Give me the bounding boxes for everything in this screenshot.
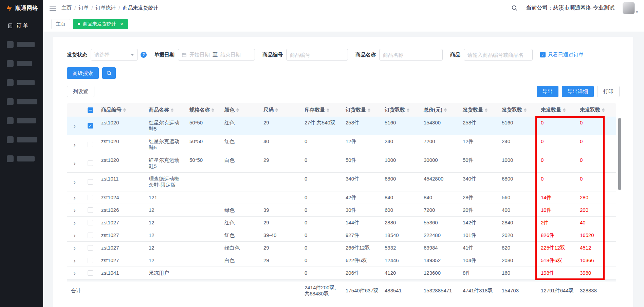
row-checkbox[interactable] [88, 245, 93, 251]
select-all-checkbox[interactable] [88, 107, 93, 113]
close-tab-icon[interactable]: × [120, 21, 123, 27]
approved-only-checkbox[interactable]: ✓ [540, 52, 546, 57]
column-header[interactable]: 库存数量 [302, 103, 343, 117]
breadcrumb-item[interactable]: 订单 [78, 5, 89, 11]
collapse-menu-icon[interactable] [49, 5, 56, 11]
sidebar-item-placeholder[interactable] [7, 60, 43, 67]
date-range-input[interactable]: 开始日期 至 结束日期 [178, 49, 255, 61]
expand-row-icon[interactable]: › [73, 270, 76, 276]
sidebar-item-placeholder[interactable] [7, 41, 43, 48]
sort-icon[interactable] [602, 108, 605, 112]
help-icon[interactable]: ? [141, 52, 147, 58]
ship-status-select[interactable]: 请选择 [91, 49, 138, 61]
column-header[interactable]: 未发双数 [577, 103, 616, 117]
sort-icon[interactable] [444, 108, 447, 112]
row-checkbox[interactable] [88, 160, 93, 166]
breadcrumb-item[interactable]: 订单统计 [95, 5, 116, 11]
sort-icon[interactable] [485, 108, 487, 112]
expand-row-icon[interactable]: › [73, 178, 76, 185]
sort-icon[interactable] [327, 108, 329, 112]
table-row[interactable]: ›zst1024121042件84084028件56014件280 [67, 191, 616, 204]
expand-row-icon[interactable]: › [73, 122, 76, 129]
table-row[interactable]: ›zst1020红星尔克运动鞋550*50红色40012件240720012件2… [67, 135, 616, 154]
table-row[interactable]: ›zst1020红星尔克运动鞋550*50白色29050件10003000050… [67, 154, 616, 173]
sort-icon[interactable] [407, 108, 409, 112]
advanced-search-button[interactable]: 高级搜索 [67, 67, 99, 79]
expand-row-icon[interactable]: › [73, 141, 76, 148]
expand-row-icon[interactable]: › [73, 219, 76, 226]
sort-icon[interactable] [236, 108, 239, 112]
table-row[interactable]: ›zst102712红色39-400927件18540222480101件202… [67, 229, 616, 242]
sidebar-item-placeholder[interactable] [7, 117, 43, 124]
column-header[interactable]: 总价(元) [421, 103, 460, 117]
column-header[interactable]: 发货数量 [460, 103, 499, 117]
expand-row-icon[interactable]: › [73, 257, 76, 264]
user-menu[interactable]: ▾ [623, 2, 638, 14]
sidebar-item-orders[interactable]: 订 单 [0, 16, 43, 29]
sort-icon[interactable] [563, 108, 566, 112]
approved-only-toggle[interactable]: ✓ 只看已通过订单 [540, 52, 584, 58]
column-header[interactable]: 颜色 [222, 103, 261, 117]
column-header[interactable]: 商品名称 [146, 103, 187, 117]
sidebar-item-placeholder[interactable] [7, 136, 43, 143]
print-button[interactable]: 打印 [597, 86, 620, 97]
avatar[interactable] [623, 2, 635, 14]
column-header[interactable]: 订货数量 [343, 103, 382, 117]
date-start-placeholder[interactable]: 开始日期 [189, 52, 210, 58]
breadcrumb-item[interactable]: 主页 [61, 5, 72, 11]
product-code-input[interactable] [286, 49, 348, 61]
column-header[interactable]: 订货双数 [382, 103, 421, 117]
sort-icon[interactable] [171, 108, 173, 112]
product-name-input[interactable] [379, 49, 443, 61]
sort-icon[interactable] [275, 108, 278, 112]
column-header[interactable]: 商品编号 [98, 103, 146, 117]
table-row[interactable]: ›zst102712白色290622件6双12446149352104件2080… [67, 254, 616, 267]
expand-row-icon[interactable]: › [73, 244, 76, 251]
column-header[interactable]: 规格名称 [187, 103, 222, 117]
expand-row-icon[interactable]: › [73, 207, 76, 214]
sort-icon[interactable] [368, 108, 370, 112]
table-row[interactable]: ›zst102712红色290144件288055360142件28402件40 [67, 217, 616, 229]
expand-row-icon[interactable]: › [73, 160, 76, 167]
tab-unshipped-stats[interactable]: 商品未发货统计 × [73, 19, 128, 29]
sidebar-item-placeholder[interactable] [7, 155, 43, 162]
sidebar-item-placeholder[interactable] [7, 79, 43, 86]
row-checkbox[interactable] [88, 142, 93, 147]
export-button[interactable]: 导出 [537, 86, 558, 97]
search-icon[interactable] [511, 5, 518, 11]
row-checkbox[interactable] [88, 270, 93, 276]
column-settings-button[interactable]: 列设置 [67, 86, 94, 97]
sort-icon[interactable] [524, 108, 527, 112]
export-detail-button[interactable]: 导出详细 [562, 86, 594, 97]
table-row[interactable]: ›zst1041果冻用户0206件41201236008件160198件3960 [67, 267, 616, 279]
product-input[interactable] [464, 49, 533, 61]
table-row[interactable]: ›zst102612绿色39030件600720020件40010件200 [67, 204, 616, 217]
column-header[interactable]: 发货双数 [499, 103, 538, 117]
row-checkbox[interactable] [88, 233, 93, 238]
column-header[interactable]: 尺码 [261, 103, 302, 117]
tab-home[interactable]: 主页 [51, 19, 70, 29]
row-checkbox[interactable] [88, 258, 93, 263]
row-checkbox[interactable]: ✓ [88, 123, 93, 129]
scrollbar-thumb[interactable] [618, 118, 621, 190]
row-checkbox[interactable] [88, 207, 93, 213]
cell-color: 红色 [222, 229, 261, 241]
column-header[interactable]: 未发数量 [538, 103, 577, 117]
sort-icon[interactable] [211, 108, 214, 112]
placeholder-text [17, 118, 36, 123]
expand-row-icon[interactable]: › [73, 194, 76, 201]
vertical-scrollbar[interactable] [618, 117, 621, 279]
sidebar-item-placeholder[interactable] [7, 98, 43, 105]
table-row[interactable]: ›✓zst1020红星尔克运动鞋550*50红色2927件,共540双258件5… [67, 117, 616, 135]
expand-row-icon[interactable]: › [73, 232, 76, 239]
date-end-placeholder[interactable]: 结束日期 [220, 52, 241, 58]
cell-color: 红色 [222, 135, 261, 154]
table-row[interactable]: ›zst102712绿白色290266件12双53326398441件82022… [67, 242, 616, 254]
table-row[interactable]: ›zst1011理查德运动概念鞋-限定版0340件68004542800340件… [67, 173, 616, 191]
row-checkbox[interactable] [88, 220, 93, 225]
sort-icon[interactable] [123, 108, 126, 112]
breadcrumb-item[interactable]: 商品未发货统计 [123, 5, 159, 11]
search-button[interactable] [102, 67, 116, 79]
row-checkbox[interactable] [88, 179, 93, 185]
row-checkbox[interactable] [88, 195, 93, 200]
